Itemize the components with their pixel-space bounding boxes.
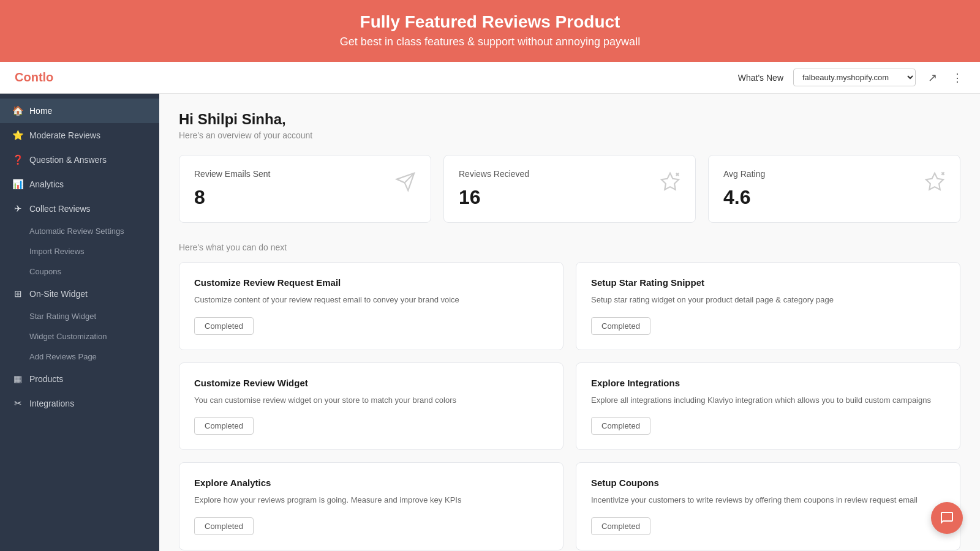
action-card-integrations: Explore Integrations Explore all integra…: [576, 362, 960, 451]
card-btn-star-rating[interactable]: Completed: [591, 317, 650, 335]
analytics-icon: 📊: [12, 179, 23, 190]
sidebar-label-star-widget: Star Rating Widget: [29, 312, 96, 321]
card-desc-coupons: Incentivize your customers to write revi…: [591, 494, 945, 506]
stat-card-reviews-received: Reviews Recieved 16: [443, 155, 696, 223]
banner-subtitle: Get best in class features & support wit…: [12, 36, 968, 48]
action-card-analytics: Explore Analytics Explore how your revie…: [179, 462, 564, 550]
card-btn-review-widget[interactable]: Completed: [194, 417, 254, 435]
sidebar-item-products[interactable]: ▦ Products: [0, 367, 159, 391]
whats-new-link[interactable]: What's New: [738, 73, 783, 83]
sidebar-label-products: Products: [29, 374, 63, 384]
sidebar-label-auto-settings: Automatic Review Settings: [29, 227, 124, 236]
sidebar-label-widget: On-Site Widget: [29, 289, 88, 299]
card-desc-integrations: Explore all integrations including Klavi…: [591, 394, 945, 407]
card-desc-review-widget: You can customise review widget on your …: [194, 394, 548, 407]
card-title-analytics: Explore Analytics: [194, 478, 548, 488]
stat-card-avg-rating: Avg Rating 4.6: [708, 155, 960, 223]
card-title-customize-email: Customize Review Request Email: [194, 277, 548, 288]
sidebar-item-integrations[interactable]: ✂ Integrations: [0, 391, 159, 416]
products-icon: ▦: [12, 373, 23, 384]
sidebar-label-import: Import Reviews: [29, 247, 85, 256]
card-desc-analytics: Explore how your reviews program is goin…: [194, 494, 548, 506]
logo: Contlo: [15, 70, 738, 84]
card-title-review-widget: Customize Review Widget: [194, 378, 548, 388]
sidebar-label-home: Home: [29, 106, 52, 116]
main-content: Hi Shilpi Sinha, Here's an overview of y…: [159, 94, 980, 551]
external-link-button[interactable]: ↗: [925, 69, 940, 87]
home-icon: 🏠: [12, 105, 23, 116]
card-title-star-rating: Setup Star Rating Snippet: [591, 277, 945, 288]
card-btn-analytics[interactable]: Completed: [194, 517, 254, 535]
sidebar-item-on-site-widget[interactable]: ⊞ On-Site Widget: [0, 282, 159, 306]
stat-value-emails: 8: [194, 186, 271, 209]
stat-label-emails: Review Emails Sent: [194, 169, 271, 179]
app-layout: 🏠 Home ⭐ Moderate Reviews ❓ Question & A…: [0, 94, 980, 551]
card-desc-customize-email: Customize content of your review request…: [194, 294, 548, 306]
topbar: Contlo What's New falbeauty.myshopify.co…: [0, 62, 980, 94]
sidebar-label-widget-custom: Widget Customization: [29, 332, 107, 341]
chat-bubble[interactable]: [931, 502, 963, 534]
sidebar-item-home[interactable]: 🏠 Home: [0, 99, 159, 123]
sidebar-item-star-rating-widget[interactable]: Star Rating Widget: [0, 306, 159, 326]
sidebar-item-qa[interactable]: ❓ Question & Answers: [0, 148, 159, 172]
action-card-star-rating: Setup Star Rating Snippet Setup star rat…: [576, 262, 960, 350]
sidebar-item-widget-customization[interactable]: Widget Customization: [0, 326, 159, 347]
widget-icon: ⊞: [12, 288, 23, 299]
sidebar-item-coupons[interactable]: Coupons: [0, 261, 159, 282]
sidebar-item-import-reviews[interactable]: Import Reviews: [0, 241, 159, 261]
card-btn-customize-email[interactable]: Completed: [194, 317, 254, 335]
sidebar-label-collect: Collect Reviews: [29, 204, 91, 214]
more-options-button[interactable]: ⋮: [949, 69, 965, 87]
action-card-review-widget: Customize Review Widget You can customis…: [179, 362, 564, 451]
emails-sent-icon: [395, 171, 416, 197]
store-selector[interactable]: falbeauty.myshopify.com: [793, 69, 916, 86]
stats-row: Review Emails Sent 8 Reviews Recieved 16: [179, 155, 960, 223]
stat-value-reviews: 16: [459, 186, 529, 209]
action-card-customize-email: Customize Review Request Email Customize…: [179, 262, 564, 350]
sidebar-item-add-reviews-page[interactable]: Add Reviews Page: [0, 347, 159, 367]
card-btn-coupons[interactable]: Completed: [591, 517, 650, 535]
next-section-title: Here's what you can do next: [179, 242, 960, 252]
sidebar-label-add-reviews: Add Reviews Page: [29, 352, 97, 361]
sidebar-label-qa: Question & Answers: [29, 155, 107, 165]
greeting-title: Hi Shilpi Sinha,: [179, 111, 960, 128]
card-title-integrations: Explore Integrations: [591, 378, 945, 388]
sidebar-label-coupons: Coupons: [29, 267, 61, 276]
greeting-subtitle: Here's an overview of your account: [179, 130, 960, 140]
avg-rating-icon: [924, 171, 945, 197]
card-title-coupons: Setup Coupons: [591, 478, 945, 488]
card-desc-star-rating: Setup star rating widget on your product…: [591, 294, 945, 306]
question-icon: ❓: [12, 154, 23, 165]
integrations-icon: ✂: [12, 398, 23, 409]
topbar-right: What's New falbeauty.myshopify.com ↗ ⋮: [738, 69, 965, 87]
sidebar-label-analytics: Analytics: [29, 179, 64, 189]
svg-marker-5: [926, 173, 943, 190]
stat-label-avg-rating: Avg Rating: [723, 169, 765, 179]
sidebar-label-moderate: Moderate Reviews: [29, 130, 100, 140]
banner-title: Fully Featured Reviews Product: [12, 12, 968, 32]
sidebar-item-analytics[interactable]: 📊 Analytics: [0, 172, 159, 197]
card-btn-integrations[interactable]: Completed: [591, 417, 650, 435]
sidebar-item-collect-reviews[interactable]: ✈ Collect Reviews: [0, 197, 159, 221]
action-card-coupons: Setup Coupons Incentivize your customers…: [576, 462, 960, 550]
action-cards-grid: Customize Review Request Email Customize…: [179, 262, 960, 550]
star-icon: ⭐: [12, 130, 23, 141]
sidebar: 🏠 Home ⭐ Moderate Reviews ❓ Question & A…: [0, 94, 159, 551]
send-icon: ✈: [12, 203, 23, 214]
stat-value-avg-rating: 4.6: [723, 186, 765, 209]
reviews-received-icon: [660, 171, 680, 197]
sidebar-item-auto-review-settings[interactable]: Automatic Review Settings: [0, 221, 159, 241]
sidebar-item-moderate-reviews[interactable]: ⭐ Moderate Reviews: [0, 123, 159, 148]
stat-card-emails-sent: Review Emails Sent 8: [179, 155, 431, 223]
stat-label-reviews: Reviews Recieved: [459, 169, 529, 179]
promo-banner: Fully Featured Reviews Product Get best …: [0, 0, 980, 62]
sidebar-label-integrations: Integrations: [29, 399, 74, 408]
